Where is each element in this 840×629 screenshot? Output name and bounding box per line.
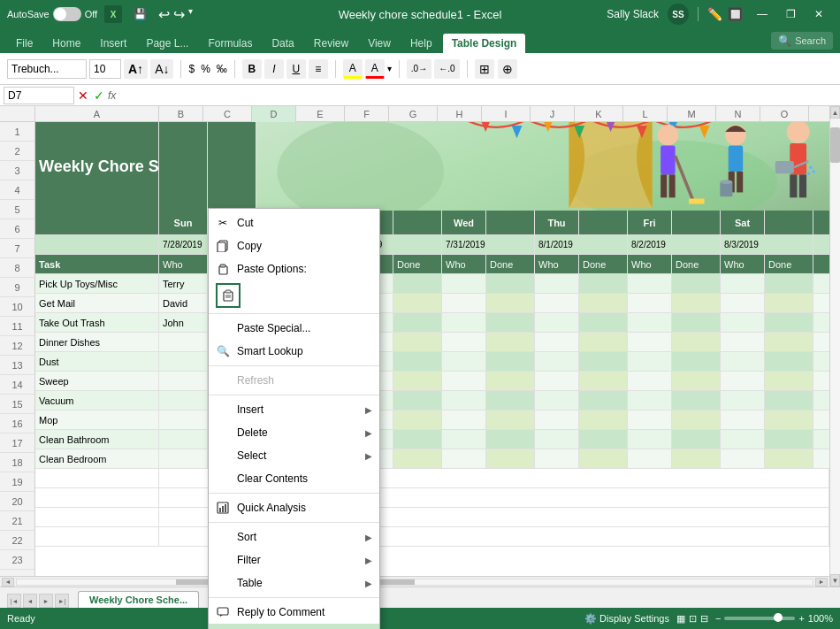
ctx-quick-analysis[interactable]: Quick Analysis <box>209 496 379 519</box>
undo-button[interactable]: ↩ <box>158 6 170 23</box>
sheet-nav-next[interactable]: ► <box>39 594 53 608</box>
page-break-button[interactable]: ⊟ <box>700 613 708 625</box>
scroll-up-button[interactable]: ▲ <box>830 106 840 119</box>
col-b-header[interactable]: B <box>159 106 203 122</box>
borders-button[interactable]: ⊞ <box>475 59 494 79</box>
tab-table-design[interactable]: Table Design <box>443 34 526 53</box>
sheet-tab-weekly[interactable]: Weekly Chore Sche... <box>78 591 199 608</box>
tab-page-layout[interactable]: Page L... <box>137 34 197 53</box>
scrollbar-right[interactable]: ▲ ▼ <box>829 106 840 587</box>
font-size-input[interactable] <box>89 59 121 79</box>
col-j-header[interactable]: J <box>531 106 575 122</box>
font-name-input[interactable] <box>7 59 87 79</box>
font-color-button[interactable]: A <box>365 59 385 79</box>
col-o-header[interactable]: O <box>760 106 809 122</box>
cell-wed-date[interactable]: 7/31/2019 <box>442 235 535 254</box>
bold-button[interactable]: B <box>242 59 262 79</box>
scroll-thumb[interactable] <box>830 127 840 163</box>
sheet-nav-prev[interactable]: ◄ <box>23 594 37 608</box>
autosave-switch[interactable] <box>53 7 81 21</box>
save-button[interactable]: 💾 <box>129 4 151 24</box>
paste-preview-box[interactable] <box>216 283 241 308</box>
minimize-button[interactable]: — <box>748 2 776 27</box>
ctx-insert[interactable]: Insert ▶ <box>209 398 379 421</box>
col-c-header[interactable]: C <box>203 106 252 122</box>
cell-sat-date[interactable]: 8/3/2019 <box>721 235 813 254</box>
ctx-table[interactable]: Table ▶ <box>209 571 379 594</box>
col-i-header[interactable]: I <box>482 106 531 122</box>
formula-input[interactable] <box>119 89 836 102</box>
highlight-color-button[interactable]: A <box>343 59 363 79</box>
pen-icon[interactable]: ✏️ <box>707 7 722 21</box>
tab-formulas[interactable]: Formulas <box>199 34 261 53</box>
col-f-header[interactable]: F <box>345 106 389 122</box>
col-k-header[interactable]: K <box>575 106 623 122</box>
ribbon-collapse-icon[interactable]: 🔲 <box>728 7 743 21</box>
cancel-formula-button[interactable]: ✕ <box>78 88 88 103</box>
ctx-clear-contents[interactable]: Clear Contents <box>209 467 379 490</box>
restore-button[interactable]: ❒ <box>776 2 805 27</box>
col-h-header[interactable]: H <box>438 106 482 122</box>
autosave-toggle[interactable]: AutoSave Off <box>7 7 97 21</box>
col-e-header[interactable]: E <box>296 106 345 122</box>
ctx-delete[interactable]: Delete ▶ <box>209 421 379 444</box>
tab-help[interactable]: Help <box>401 34 441 53</box>
tab-home[interactable]: Home <box>43 34 89 53</box>
cell-c1[interactable] <box>208 122 256 211</box>
tab-insert[interactable]: Insert <box>91 34 135 53</box>
confirm-formula-button[interactable]: ✓ <box>94 88 104 103</box>
tab-data[interactable]: Data <box>263 34 302 53</box>
display-settings-button[interactable]: ⚙️ Display Settings <box>584 613 669 625</box>
cell-b1[interactable] <box>159 122 208 211</box>
ctx-reply-comment[interactable]: Reply to Comment <box>209 601 379 624</box>
name-box[interactable]: D7 <box>4 87 74 104</box>
undo-dropdown[interactable]: ▾ <box>188 6 193 23</box>
ctx-cut[interactable]: ✂ Cut <box>209 211 379 234</box>
ctx-sort[interactable]: Sort ▶ <box>209 525 379 548</box>
more-button[interactable]: ⊕ <box>498 59 517 79</box>
ctx-copy[interactable]: Copy <box>209 234 379 257</box>
tab-review[interactable]: Review <box>305 34 357 53</box>
ctx-smart-lookup[interactable]: 🔍 Smart Lookup <box>209 340 379 363</box>
align-center-button[interactable]: ≡ <box>309 59 328 79</box>
zoom-out-button[interactable]: − <box>715 613 721 624</box>
ctx-filter[interactable]: Filter ▶ <box>209 548 379 571</box>
underline-button[interactable]: U <box>286 59 306 79</box>
scroll-htrack[interactable] <box>16 579 813 586</box>
cell-fri-date[interactable]: 8/2/2019 <box>628 235 721 254</box>
scrollbar-bottom[interactable]: ◄ ► <box>0 576 829 587</box>
col-l-header[interactable]: L <box>623 106 668 122</box>
decrease-decimal-button[interactable]: ←.0 <box>434 59 459 79</box>
user-avatar[interactable]: SS <box>668 4 689 25</box>
scroll-track[interactable] <box>830 119 840 574</box>
cell-a1[interactable]: Weekly Chore Sc <box>35 122 159 211</box>
scroll-down-button[interactable]: ▼ <box>830 574 840 587</box>
col-n-header[interactable]: N <box>716 106 760 122</box>
page-layout-button[interactable]: ⊡ <box>689 613 697 625</box>
cell-thu-date[interactable]: 8/1/2019 <box>535 235 628 254</box>
ctx-paste-options[interactable]: Paste Options: <box>209 257 379 280</box>
col-g-header[interactable]: G <box>389 106 438 122</box>
cell-task-header[interactable] <box>35 211 159 234</box>
sheet-nav-last[interactable]: ►| <box>55 594 69 608</box>
zoom-in-button[interactable]: + <box>798 613 804 624</box>
col-d-header[interactable]: D <box>252 106 296 122</box>
col-a-header[interactable]: A <box>35 106 159 122</box>
ctx-select[interactable]: Select ▶ <box>209 444 379 467</box>
tab-view[interactable]: View <box>359 34 400 53</box>
shrink-font-button[interactable]: A↓ <box>150 59 173 79</box>
italic-button[interactable]: I <box>264 59 284 79</box>
redo-button[interactable]: ↪ <box>173 6 185 23</box>
tab-file[interactable]: File <box>7 34 42 53</box>
scroll-left-button[interactable]: ◄ <box>2 578 14 587</box>
cell-date-label[interactable] <box>35 235 159 254</box>
grow-font-button[interactable]: A↑ <box>124 59 148 79</box>
ctx-delete-comment[interactable]: Delete Comment <box>209 624 379 629</box>
col-m-header[interactable]: M <box>668 106 716 122</box>
close-button[interactable]: ✕ <box>805 2 833 27</box>
ctx-paste-special[interactable]: Paste Special... <box>209 317 379 340</box>
normal-view-button[interactable]: ▦ <box>676 613 685 625</box>
zoom-slider[interactable] <box>724 617 795 620</box>
increase-decimal-button[interactable]: .0→ <box>407 59 431 79</box>
sheet-nav-first[interactable]: |◄ <box>7 594 21 608</box>
